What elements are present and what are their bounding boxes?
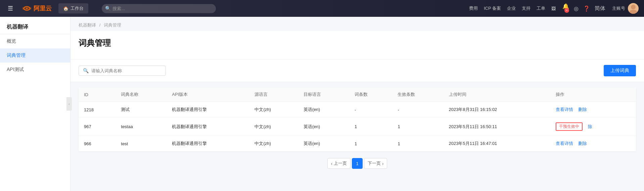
next-page-button[interactable]: 下一页 › — [364, 158, 387, 169]
col-action: 操作 — [550, 87, 636, 102]
lang-simplified[interactable]: 简体 — [595, 5, 605, 12]
search-icon: 🔍 — [105, 6, 111, 11]
toolbar: 🔍 上传词典 — [71, 60, 644, 82]
logo-text: 阿里云 — [34, 4, 52, 12]
cell-id: 1218 — [79, 102, 116, 118]
table-wrapper: ID 词典名称 API版本 源语言 目标语言 词条数 生效条数 上传时间 操作 … — [71, 87, 644, 184]
search-input[interactable] — [91, 68, 162, 73]
svg-point-1 — [26, 8, 28, 9]
cell-id: 966 — [79, 136, 116, 152]
cell-upload-time: 2023年5月11日 16:50:11 — [444, 118, 550, 136]
nav-workorder[interactable]: 工单 — [537, 5, 545, 11]
nav-fees[interactable]: 费用 — [469, 5, 478, 11]
workbench-button[interactable]: 🏠 工作台 — [58, 3, 88, 13]
main-content: 机器翻译 / 词典管理 词典管理 🔍 上传词典 ID 词典名称 A — [71, 17, 644, 191]
table-row: 966 test 机器翻译通用引擎 中文(zh) 英语(en) 1 1 2023… — [79, 136, 636, 152]
cell-api: 机器翻译通用引擎 — [167, 102, 249, 118]
cell-api: 机器翻译通用引擎 — [167, 136, 249, 152]
cell-action: 查看详情 删除 — [550, 136, 636, 152]
col-active-count: 生效条数 — [392, 87, 443, 102]
notification-icon[interactable]: 🔔 • — [562, 3, 569, 14]
avatar — [628, 3, 639, 14]
col-dst-lang: 目标语言 — [298, 87, 349, 102]
user-label: 主账号 — [612, 5, 625, 11]
pagination: ‹ 上一页 1 下一页 › — [79, 151, 636, 176]
nav-links: 费用 ICP 备案 企业 支持 工单 🖼 — [469, 5, 556, 11]
cell-word-count: 1 — [349, 118, 393, 136]
page-1-button[interactable]: 1 — [352, 158, 363, 169]
cell-word-count: - — [349, 102, 393, 118]
top-navigation: ☰ 阿里云 🏠 工作台 🔍 费用 ICP 备案 企业 支持 工单 🖼 🔔 • ◎… — [0, 0, 644, 17]
cell-active-count: 1 — [392, 118, 443, 136]
breadcrumb-machine-translation[interactable]: 机器翻译 — [79, 23, 96, 28]
cell-name: test — [116, 136, 167, 152]
user-area[interactable]: 主账号 — [612, 3, 639, 14]
chevron-right-icon: › — [382, 161, 383, 166]
nav-support[interactable]: 支持 — [522, 5, 531, 11]
sidebar-item-dictionary[interactable]: 词典管理 — [0, 48, 70, 63]
sidebar-collapse-button[interactable]: ‹ — [66, 97, 72, 111]
location-icon[interactable]: ◎ — [574, 5, 579, 12]
cell-dst-lang: 英语(en) — [298, 102, 349, 118]
cell-src-lang: 中文(zh) — [249, 118, 298, 136]
col-id: ID — [79, 87, 116, 102]
cell-api: 机器翻译通用引擎 — [167, 118, 249, 136]
sidebar-item-overview[interactable]: 概览 — [0, 34, 70, 48]
page-header: 词典管理 — [71, 31, 644, 60]
cell-dst-lang: 英语(en) — [298, 136, 349, 152]
page-number: 1 — [356, 161, 358, 166]
cell-upload-time: 2023年8月31日 16:15:02 — [444, 102, 550, 118]
view-detail-link[interactable]: 查看详情 — [556, 107, 573, 112]
aliyun-logo-icon — [22, 4, 32, 13]
delete-link[interactable]: 删除 — [578, 107, 587, 112]
prev-page-button[interactable]: ‹ 上一页 — [327, 158, 351, 169]
breadcrumb-separator: / — [99, 23, 101, 28]
cell-name: 测试 — [116, 102, 167, 118]
active-tag: 干预生效中 — [556, 122, 583, 131]
col-api: API版本 — [167, 87, 249, 102]
cell-action: 干预生效中 除 — [550, 118, 636, 136]
sidebar: 机器翻译 概览 词典管理 API测试 ‹ — [0, 17, 71, 191]
cell-word-count: 1 — [349, 136, 393, 152]
breadcrumb: 机器翻译 / 词典管理 — [71, 17, 644, 31]
cell-action: 查看详情 删除 — [550, 102, 636, 118]
help-icon[interactable]: ❓ — [583, 5, 590, 12]
breadcrumb-current: 词典管理 — [104, 23, 121, 28]
cell-dst-lang: 英语(en) — [298, 118, 349, 136]
search-input[interactable] — [102, 4, 216, 13]
cell-name: testaa — [116, 118, 167, 136]
svg-point-2 — [631, 5, 636, 9]
prev-label: 上一页 — [334, 160, 347, 166]
app-body: 机器翻译 概览 词典管理 API测试 ‹ 机器翻译 / 词典管理 词典管理 🔍 … — [0, 17, 644, 191]
home-icon: 🏠 — [63, 6, 68, 11]
cell-active-count: - — [392, 102, 443, 118]
hamburger-menu[interactable]: ☰ — [5, 5, 15, 12]
search-icon: 🔍 — [83, 68, 89, 73]
col-upload-time: 上传时间 — [444, 87, 550, 102]
logo: 阿里云 — [22, 4, 52, 13]
page-title: 词典管理 — [79, 38, 636, 48]
col-src-lang: 源语言 — [249, 87, 298, 102]
top-icons: 🔔 • ◎ ❓ 简体 — [562, 3, 605, 14]
cell-active-count: 1 — [392, 136, 443, 152]
dictionary-search: 🔍 — [79, 66, 166, 76]
global-search: 🔍 — [102, 4, 216, 13]
table-header-row: ID 词典名称 API版本 源语言 目标语言 词条数 生效条数 上传时间 操作 — [79, 87, 636, 102]
delete-link[interactable]: 删除 — [578, 141, 587, 146]
notification-badge: • — [564, 8, 569, 13]
nav-enterprise[interactable]: 企业 — [507, 5, 516, 11]
cell-upload-time: 2023年5月11日 16:47:01 — [444, 136, 550, 152]
nav-image-icon[interactable]: 🖼 — [551, 6, 556, 11]
cell-src-lang: 中文(zh) — [249, 136, 298, 152]
col-word-count: 词条数 — [349, 87, 393, 102]
sidebar-title: 机器翻译 — [0, 17, 70, 34]
nav-icp[interactable]: ICP 备案 — [484, 5, 501, 11]
delete-link[interactable]: 除 — [588, 124, 592, 130]
action-cell: 干预生效中 除 — [556, 122, 631, 131]
workbench-label: 工作台 — [71, 5, 84, 11]
view-detail-link[interactable]: 查看详情 — [556, 141, 573, 146]
sidebar-item-api[interactable]: API测试 — [0, 63, 70, 77]
svg-point-3 — [629, 10, 637, 14]
dictionary-table: ID 词典名称 API版本 源语言 目标语言 词条数 生效条数 上传时间 操作 … — [79, 87, 636, 151]
upload-dictionary-button[interactable]: 上传词典 — [604, 65, 636, 76]
